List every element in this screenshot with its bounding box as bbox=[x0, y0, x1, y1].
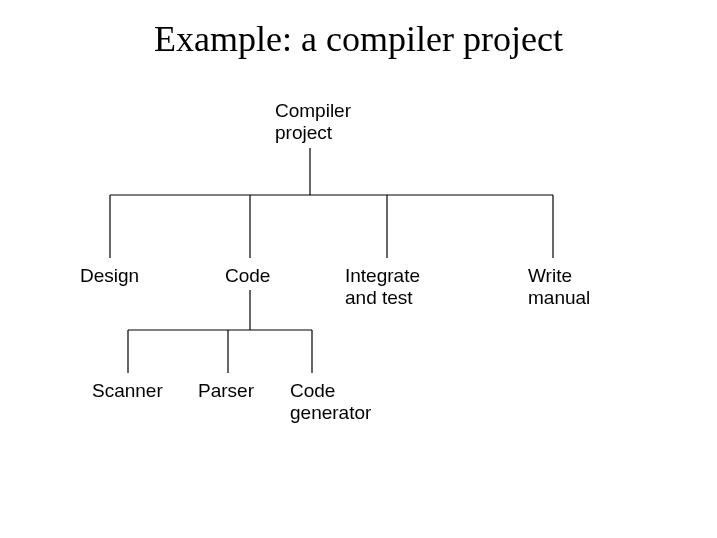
node-compiler-project-line2: project bbox=[275, 122, 351, 144]
node-codegen-line2: generator bbox=[290, 402, 371, 424]
node-write-manual: Write manual bbox=[528, 265, 590, 309]
node-codegen-line1: Code bbox=[290, 380, 371, 402]
node-write-line2: manual bbox=[528, 287, 590, 309]
node-parser: Parser bbox=[198, 380, 254, 402]
node-write-line1: Write bbox=[528, 265, 590, 287]
node-compiler-project: Compiler project bbox=[275, 100, 351, 144]
node-integrate-line1: Integrate bbox=[345, 265, 420, 287]
node-integrate-line2: and test bbox=[345, 287, 420, 309]
node-design: Design bbox=[80, 265, 139, 287]
node-scanner: Scanner bbox=[92, 380, 163, 402]
node-code: Code bbox=[225, 265, 270, 287]
node-code-generator: Code generator bbox=[290, 380, 371, 424]
node-integrate: Integrate and test bbox=[345, 265, 420, 309]
node-compiler-project-line1: Compiler bbox=[275, 100, 351, 122]
page-title: Example: a compiler project bbox=[0, 0, 717, 60]
